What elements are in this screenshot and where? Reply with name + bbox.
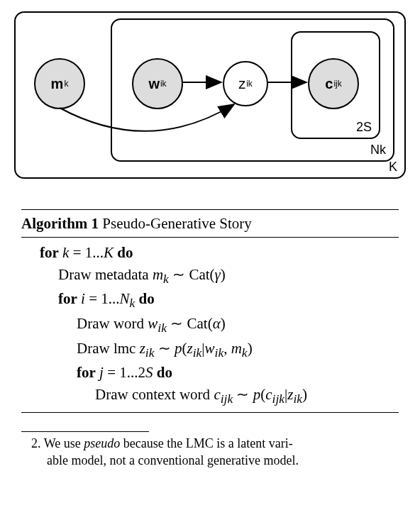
algo-rule-bottom [21,412,399,413]
footnote: 2. We use pseudo because the LMC is a la… [21,435,399,470]
node-w: wik [132,58,183,109]
algo-rule-top [21,209,399,210]
algo-line-for-k: for k = 1...K do [21,242,399,263]
footnote-rule [21,431,149,432]
algo-rule-mid [21,237,399,238]
algo-body: for k = 1...K do Draw metadata mk ∼ Cat(… [21,239,399,411]
algo-line-draw-c: Draw context word cijk ∼ p(cijk|zik) [21,384,399,409]
algorithm-block: Algorithm 1 Pseudo-Generative Story for … [21,209,399,413]
algo-title: Algorithm 1 Pseudo-Generative Story [21,211,399,235]
algo-line-for-i: for i = 1...Nk do [21,288,399,313]
node-m: mk [34,58,85,109]
node-z: zik [223,61,268,106]
node-c: cijk [308,58,359,109]
algo-line-for-j: for j = 1...2S do [21,362,399,383]
algo-line-draw-z: Draw lmc zik ∼ p(zik|wik, mk) [21,338,399,362]
plate-K-label: K [389,160,397,174]
algo-line-draw-m: Draw metadata mk ∼ Cat(γ) [21,264,399,289]
algo-line-draw-w: Draw word wik ∼ Cat(α) [21,313,399,338]
plate-Nk-label: Nk [370,143,386,157]
plate-2S-label: 2S [356,120,372,135]
plate-diagram: K Nk 2S mk wik zik cijk [14,7,406,181]
